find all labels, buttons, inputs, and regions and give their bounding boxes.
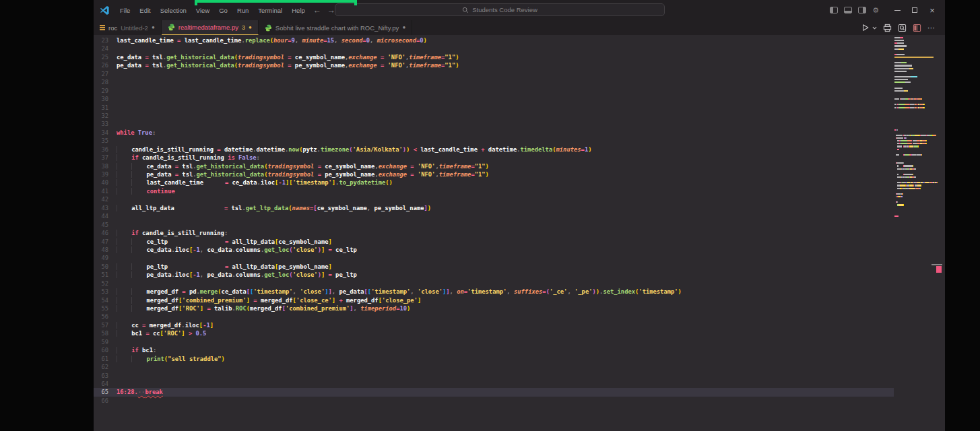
code-line[interactable]: 24 bbox=[94, 44, 894, 53]
line-number[interactable]: 58 bbox=[94, 329, 117, 337]
line-number[interactable]: 25 bbox=[94, 53, 117, 61]
line-number[interactable]: 53 bbox=[94, 288, 117, 296]
code-line[interactable]: 31 bbox=[94, 104, 894, 112]
more-actions-icon[interactable]: ⋯ bbox=[927, 24, 936, 32]
code-line[interactable]: 46 if candle_is_still_running: bbox=[94, 229, 894, 237]
code-line[interactable]: 27 bbox=[94, 70, 894, 78]
code-line[interactable]: 64 bbox=[94, 380, 894, 388]
menu-file[interactable]: File bbox=[115, 5, 135, 16]
toggle-secondary-sidebar-icon[interactable] bbox=[858, 7, 866, 13]
line-number[interactable]: 63 bbox=[94, 372, 117, 380]
code-line[interactable]: 56 bbox=[94, 312, 894, 321]
line-number[interactable]: 23 bbox=[94, 36, 117, 44]
code-line[interactable]: 38 ce_data = tsl.get_historical_data(tra… bbox=[94, 162, 894, 170]
code-line[interactable]: 53 merged_df = pd.merge(ce_data[['timest… bbox=[94, 288, 894, 296]
code-line[interactable]: 43 all_ltp_data = tsl.get_ltp_data(names… bbox=[94, 204, 894, 212]
line-number[interactable]: 55 bbox=[94, 304, 117, 312]
line-number[interactable]: 57 bbox=[94, 321, 117, 329]
line-number[interactable]: 37 bbox=[94, 154, 117, 162]
toggle-panel-icon[interactable] bbox=[844, 7, 852, 13]
code-line[interactable]: 6516:28.··break bbox=[94, 388, 894, 396]
code-line[interactable]: 37 if candle_is_still_running is False: bbox=[94, 154, 894, 162]
toggle-sidebar-icon[interactable] bbox=[830, 7, 838, 13]
nav-back-icon[interactable]: ← bbox=[313, 5, 321, 15]
code-line[interactable]: 60 if bc1: bbox=[94, 346, 894, 354]
code-line[interactable]: 42 bbox=[94, 195, 894, 203]
code-line[interactable]: 35 bbox=[94, 137, 894, 145]
code-line[interactable]: 48 ce_data.iloc[-1, ce_data.columns.get_… bbox=[94, 246, 894, 254]
code-line[interactable]: 36 candle_is_still_running = datetime.da… bbox=[94, 145, 894, 154]
line-number[interactable]: 42 bbox=[94, 195, 117, 203]
tab-dirty-dot[interactable]: ● bbox=[249, 25, 252, 30]
code-line[interactable]: 58 bc1 = cc['ROC'] > 0.5 bbox=[94, 329, 894, 337]
code-line[interactable]: 54 merged_df['combined_premium'] = merge… bbox=[94, 296, 894, 304]
editor-tab[interactable]: rocUntitled-2● bbox=[94, 20, 162, 35]
menu-go[interactable]: Go bbox=[214, 5, 232, 16]
tab-dirty-dot[interactable]: ● bbox=[152, 25, 155, 30]
line-number[interactable]: 62 bbox=[94, 363, 117, 371]
line-number[interactable]: 32 bbox=[94, 112, 117, 120]
line-number[interactable]: 56 bbox=[94, 312, 117, 321]
code-line[interactable]: 32 bbox=[94, 112, 894, 120]
line-number[interactable]: 28 bbox=[94, 78, 117, 86]
line-number[interactable]: 44 bbox=[94, 212, 117, 220]
line-number[interactable]: 26 bbox=[94, 61, 117, 69]
code-line[interactable]: 61 print("sell straddle") bbox=[94, 355, 894, 363]
command-center-search[interactable]: Students Code Review bbox=[335, 3, 665, 16]
line-number[interactable]: 64 bbox=[94, 380, 117, 388]
line-number[interactable]: 34 bbox=[94, 129, 117, 137]
line-number[interactable]: 39 bbox=[94, 170, 117, 178]
menu-run[interactable]: Run bbox=[232, 5, 253, 16]
close-button[interactable]: × bbox=[923, 0, 941, 20]
code-line[interactable]: 30 bbox=[94, 95, 894, 103]
line-number[interactable]: 48 bbox=[94, 246, 117, 254]
code-line[interactable]: 23last_candle_time = last_candle_time.re… bbox=[94, 36, 894, 44]
tab-dirty-dot[interactable]: ● bbox=[402, 25, 405, 30]
code-line[interactable]: 62 bbox=[94, 363, 894, 371]
code-line[interactable]: 29 bbox=[94, 87, 894, 95]
code-area[interactable]: 23last_candle_time = last_candle_time.re… bbox=[94, 36, 894, 405]
split-editor-icon[interactable] bbox=[913, 24, 921, 32]
line-number[interactable]: 45 bbox=[94, 221, 117, 229]
code-line[interactable]: 52 bbox=[94, 279, 894, 288]
line-number[interactable]: 29 bbox=[94, 87, 117, 95]
code-line[interactable]: 40 last_candle_time = ce_data.iloc[-1]['… bbox=[94, 178, 894, 187]
code-line[interactable]: 26pe_data = tsl.get_historical_data(trad… bbox=[94, 61, 894, 69]
code-line[interactable]: 44 bbox=[94, 212, 894, 220]
line-number[interactable]: 38 bbox=[94, 162, 117, 170]
line-number[interactable]: 66 bbox=[94, 397, 117, 405]
line-number[interactable]: 40 bbox=[94, 178, 117, 187]
line-number[interactable]: 31 bbox=[94, 104, 117, 112]
line-number[interactable]: 59 bbox=[94, 338, 117, 346]
line-number[interactable]: 46 bbox=[94, 229, 117, 237]
menu-selection[interactable]: Selection bbox=[156, 5, 191, 16]
line-number[interactable]: 52 bbox=[94, 279, 117, 288]
run-python-file-icon[interactable] bbox=[861, 24, 870, 32]
line-number[interactable]: 61 bbox=[94, 355, 117, 363]
code-line[interactable]: 39 pe_data = tsl.get_historical_data(tra… bbox=[94, 170, 894, 178]
editor-tab[interactable]: Sobhit live straddle chart with ROC_Nift… bbox=[259, 20, 412, 35]
code-line[interactable]: 41 continue bbox=[94, 187, 894, 195]
search-preview-icon[interactable] bbox=[898, 24, 907, 32]
line-number[interactable]: 54 bbox=[94, 296, 117, 304]
code-line[interactable]: 66 bbox=[94, 397, 894, 405]
code-line[interactable]: 50 pe_ltp = all_ltp_data[pe_symbol_name] bbox=[94, 263, 894, 271]
code-line[interactable]: 28 bbox=[94, 78, 894, 86]
line-number[interactable]: 47 bbox=[94, 238, 117, 246]
line-number[interactable]: 27 bbox=[94, 70, 117, 78]
customize-layout-icon[interactable]: ⚙ bbox=[872, 7, 879, 14]
line-number[interactable]: 51 bbox=[94, 271, 117, 279]
code-line[interactable]: 25ce_data = tsl.get_historical_data(trad… bbox=[94, 53, 894, 61]
line-number[interactable]: 43 bbox=[94, 204, 117, 212]
restore-button[interactable] bbox=[906, 0, 923, 20]
minimize-button[interactable] bbox=[888, 0, 906, 20]
line-number[interactable]: 36 bbox=[94, 145, 117, 154]
code-line[interactable]: 45 bbox=[94, 221, 894, 229]
line-number[interactable]: 49 bbox=[94, 254, 117, 262]
menu-terminal[interactable]: Terminal bbox=[253, 5, 287, 16]
line-number[interactable]: 35 bbox=[94, 137, 117, 145]
run-dropdown-chevron-icon[interactable] bbox=[872, 26, 877, 30]
code-line[interactable]: 51 pe_data.iloc[-1, pe_data.columns.get_… bbox=[94, 271, 894, 279]
menu-help[interactable]: Help bbox=[287, 5, 310, 16]
line-number[interactable]: 60 bbox=[94, 346, 117, 354]
